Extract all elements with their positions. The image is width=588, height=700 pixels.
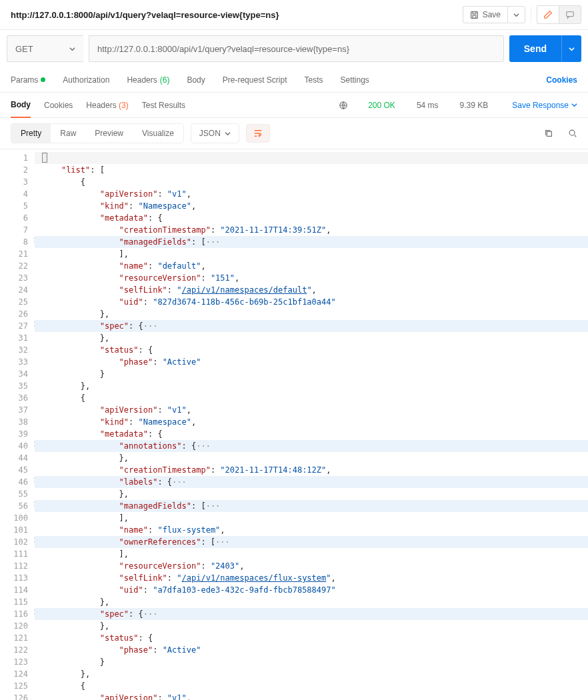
- svg-rect-4: [547, 131, 551, 136]
- code-line[interactable]: "creationTimestamp": "2021-11-17T14:48:1…: [35, 464, 588, 476]
- status-code: 200 OK: [368, 101, 395, 110]
- tab-prerequest[interactable]: Pre-request Script: [223, 75, 287, 85]
- chevron-down-icon: [69, 46, 75, 52]
- response-time: 54 ms: [417, 101, 439, 110]
- code-line[interactable]: },: [35, 488, 588, 500]
- code-line[interactable]: "managedFields": [···: [35, 236, 588, 248]
- json-select[interactable]: JSON: [191, 123, 239, 143]
- save-dropdown[interactable]: [507, 6, 525, 23]
- copy-icon[interactable]: [544, 129, 553, 138]
- code-line[interactable]: "spec": {···: [35, 320, 588, 332]
- code-line[interactable]: "selfLink": "/api/v1/namespaces/flux-sys…: [35, 572, 588, 584]
- fmt-preview[interactable]: Preview: [85, 124, 133, 143]
- code-line[interactable]: }: [35, 656, 588, 668]
- code-line[interactable]: "name": "default",: [35, 260, 588, 272]
- line-gutter: 1234567821222324252627313233343536373839…: [0, 149, 35, 700]
- code-line[interactable]: "apiVersion": "v1",: [35, 692, 588, 700]
- wrap-toggle[interactable]: [246, 124, 270, 143]
- code-line[interactable]: "kind": "Namespace",: [35, 200, 588, 212]
- search-icon[interactable]: [568, 129, 577, 138]
- code-line[interactable]: },: [35, 452, 588, 464]
- format-segment: Pretty Raw Preview Visualize: [11, 123, 184, 143]
- code-line[interactable]: "phase": "Active": [35, 356, 588, 368]
- code-line[interactable]: "resourceVersion": "151",: [35, 272, 588, 284]
- svg-rect-0: [471, 11, 477, 18]
- response-size: 9.39 KB: [460, 101, 489, 110]
- svg-rect-1: [473, 15, 476, 18]
- edit-button[interactable]: [537, 5, 559, 24]
- code-line[interactable]: {: [35, 680, 588, 692]
- code-line[interactable]: },: [35, 620, 588, 632]
- code-line[interactable]: {: [35, 176, 588, 188]
- code-line[interactable]: },: [35, 308, 588, 320]
- globe-icon[interactable]: [339, 101, 348, 110]
- code-line[interactable]: "labels": {···: [35, 476, 588, 488]
- tab-settings[interactable]: Settings: [341, 75, 369, 85]
- divider: [531, 7, 531, 23]
- code-line[interactable]: ],: [35, 512, 588, 524]
- tab-authorization[interactable]: Authorization: [63, 75, 109, 85]
- code-line[interactable]: ],: [35, 548, 588, 560]
- code-line[interactable]: "uid": "827d3674-118b-456c-b69b-25c1bf1a…: [35, 296, 588, 308]
- cookies-link[interactable]: Cookies: [546, 75, 577, 85]
- fmt-raw[interactable]: Raw: [51, 124, 85, 143]
- chevron-down-icon: [225, 131, 231, 137]
- code-line[interactable]: "uid": "a7dfa103-ede3-432c-9afd-fbcb7858…: [35, 584, 588, 596]
- code-line[interactable]: ],: [35, 248, 588, 260]
- code-line[interactable]: "spec": {···: [35, 608, 588, 620]
- send-dropdown[interactable]: [561, 35, 581, 62]
- code-line[interactable]: },: [35, 668, 588, 680]
- tab-body[interactable]: Body: [187, 75, 205, 85]
- svg-rect-2: [567, 12, 574, 17]
- fmt-visualize[interactable]: Visualize: [133, 124, 183, 143]
- code-line[interactable]: "name": "flux-system",: [35, 524, 588, 536]
- code-line[interactable]: "status": {: [35, 344, 588, 356]
- code-line[interactable]: "apiVersion": "v1",: [35, 188, 588, 200]
- code-line[interactable]: "managedFields": [···: [35, 500, 588, 512]
- code-line[interactable]: }: [35, 368, 588, 380]
- code-line[interactable]: "metadata": {: [35, 428, 588, 440]
- code-line[interactable]: {: [35, 392, 588, 404]
- svg-point-5: [569, 130, 575, 135]
- code-line[interactable]: "phase": "Active": [35, 644, 588, 656]
- resp-tab-cookies[interactable]: Cookies: [44, 93, 73, 117]
- code-line[interactable]: "apiVersion": "v1",: [35, 404, 588, 416]
- fmt-pretty[interactable]: Pretty: [11, 124, 51, 143]
- wrap-icon: [253, 129, 263, 137]
- code-line[interactable]: },: [35, 596, 588, 608]
- code-line[interactable]: "resourceVersion": "2403",: [35, 560, 588, 572]
- url-input[interactable]: [89, 35, 504, 62]
- resp-tab-test-results[interactable]: Test Results: [142, 93, 185, 117]
- save-response-link[interactable]: Save Response: [512, 101, 577, 110]
- chevron-down-icon: [569, 46, 575, 52]
- resp-tab-body[interactable]: Body: [11, 93, 31, 118]
- send-button[interactable]: Send: [509, 35, 561, 62]
- pencil-icon: [543, 10, 553, 19]
- code-line[interactable]: {: [35, 152, 588, 164]
- chevron-down-icon: [571, 102, 577, 108]
- code-line[interactable]: "annotations": {···: [35, 440, 588, 452]
- save-button[interactable]: Save: [463, 6, 507, 23]
- code-line[interactable]: "kind": "Namespace",: [35, 416, 588, 428]
- code-line[interactable]: "metadata": {: [35, 212, 588, 224]
- code-line[interactable]: "ownerReferences": [···: [35, 536, 588, 548]
- code-line[interactable]: },: [35, 332, 588, 344]
- tab-headers[interactable]: Headers (6): [127, 75, 169, 85]
- save-icon: [470, 11, 479, 19]
- method-select[interactable]: GET: [7, 35, 83, 62]
- tab-params[interactable]: Params: [11, 75, 45, 85]
- tab-tests[interactable]: Tests: [304, 75, 323, 85]
- code-line[interactable]: "creationTimestamp": "2021-11-17T14:39:5…: [35, 224, 588, 236]
- code-line[interactable]: "status": {: [35, 632, 588, 644]
- code-line[interactable]: },: [35, 380, 588, 392]
- response-body[interactable]: { "list": [ { "apiVersion": "v1", "kind"…: [35, 149, 588, 700]
- chevron-down-icon: [513, 12, 519, 18]
- code-line[interactable]: "selfLink": "/api/v1/namespaces/default"…: [35, 284, 588, 296]
- comment-icon: [565, 10, 575, 19]
- active-dot-icon: [41, 77, 45, 82]
- request-title: http://127.0.0.1:8000/api/v1/query?velaq…: [7, 10, 457, 20]
- code-line[interactable]: "list": [: [35, 164, 588, 176]
- comment-button[interactable]: [559, 5, 581, 24]
- resp-tab-headers[interactable]: Headers (3): [86, 93, 128, 117]
